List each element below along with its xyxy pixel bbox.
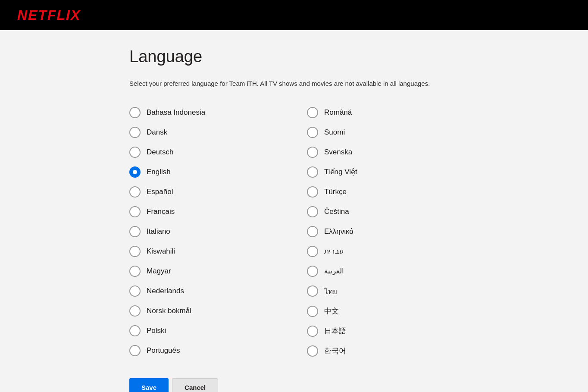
- language-label-korean: 한국어: [324, 346, 346, 356]
- language-label-cestina: Čeština: [324, 207, 349, 216]
- language-label-tieng-viet: Tiếng Việt: [324, 167, 357, 176]
- language-option-polski[interactable]: Polski: [129, 321, 281, 341]
- button-row: Save Cancel: [129, 378, 459, 392]
- language-option-romana[interactable]: Română: [307, 103, 459, 122]
- language-option-english[interactable]: English: [129, 162, 281, 182]
- radio-thai[interactable]: [307, 285, 318, 297]
- language-label-japanese: 日本語: [324, 326, 346, 336]
- radio-norsk-bokmal[interactable]: [129, 305, 141, 317]
- radio-arabic[interactable]: [307, 266, 318, 277]
- radio-magyar[interactable]: [129, 266, 141, 277]
- language-option-dansk[interactable]: Dansk: [129, 122, 281, 142]
- language-label-english: English: [147, 168, 171, 176]
- radio-english[interactable]: [129, 166, 141, 178]
- language-label-dansk: Dansk: [147, 128, 167, 137]
- language-option-italiano[interactable]: Italiano: [129, 222, 281, 241]
- language-option-svenska[interactable]: Svenska: [307, 142, 459, 162]
- language-option-ivrit[interactable]: עברית: [307, 241, 459, 261]
- language-label-polski: Polski: [147, 326, 166, 335]
- language-label-norsk-bokmal: Norsk bokmål: [147, 307, 191, 315]
- save-button[interactable]: Save: [129, 378, 169, 392]
- page-title: Language: [129, 47, 459, 66]
- radio-romana[interactable]: [307, 107, 318, 118]
- language-label-kiswahili: Kiswahili: [147, 247, 175, 256]
- radio-deutsch[interactable]: [129, 147, 141, 158]
- language-option-tieng-viet[interactable]: Tiếng Việt: [307, 162, 459, 182]
- language-label-turkce: Türkçe: [324, 188, 347, 196]
- netflix-logo: NETFLIX: [17, 7, 81, 23]
- language-option-deutsch[interactable]: Deutsch: [129, 142, 281, 162]
- language-option-korean[interactable]: 한국어: [307, 341, 459, 361]
- language-option-espanol[interactable]: Español: [129, 182, 281, 202]
- language-option-ellinika[interactable]: Ελληνικά: [307, 222, 459, 241]
- radio-francais[interactable]: [129, 206, 141, 217]
- radio-svenska[interactable]: [307, 147, 318, 158]
- language-option-suomi[interactable]: Suomi: [307, 122, 459, 142]
- languages-column-right: RomânăSuomiSvenskaTiếng ViệtTürkçeČeštin…: [307, 103, 459, 361]
- cancel-button[interactable]: Cancel: [172, 378, 218, 392]
- language-label-portugues: Português: [147, 346, 180, 355]
- language-option-arabic[interactable]: العربية: [307, 261, 459, 281]
- languages-column-left: Bahasa IndonesiaDanskDeutschEnglishEspañ…: [129, 103, 281, 361]
- language-option-nederlands[interactable]: Nederlands: [129, 281, 281, 301]
- app-header: NETFLIX: [0, 0, 588, 30]
- language-option-chinese[interactable]: 中文: [307, 301, 459, 321]
- language-label-espanol: Español: [147, 188, 173, 196]
- language-label-ellinika: Ελληνικά: [324, 227, 353, 236]
- language-label-svenska: Svenska: [324, 148, 352, 157]
- radio-ellinika[interactable]: [307, 226, 318, 237]
- radio-italiano[interactable]: [129, 226, 141, 237]
- language-label-nederlands: Nederlands: [147, 287, 184, 295]
- radio-korean[interactable]: [307, 345, 318, 357]
- radio-chinese[interactable]: [307, 306, 318, 317]
- language-option-norsk-bokmal[interactable]: Norsk bokmål: [129, 301, 281, 321]
- radio-espanol[interactable]: [129, 186, 141, 198]
- language-label-deutsch: Deutsch: [147, 148, 173, 157]
- main-content: Language Select your preferred language …: [0, 30, 588, 392]
- language-label-ivrit: עברית: [324, 247, 344, 256]
- radio-turkce[interactable]: [307, 186, 318, 198]
- language-label-italiano: Italiano: [147, 227, 170, 236]
- language-label-bahasa-indonesia: Bahasa Indonesia: [147, 108, 205, 117]
- radio-ivrit[interactable]: [307, 246, 318, 257]
- radio-tieng-viet[interactable]: [307, 166, 318, 178]
- radio-cestina[interactable]: [307, 206, 318, 217]
- language-option-magyar[interactable]: Magyar: [129, 261, 281, 281]
- language-label-suomi: Suomi: [324, 128, 345, 137]
- radio-polski[interactable]: [129, 325, 141, 336]
- language-option-bahasa-indonesia[interactable]: Bahasa Indonesia: [129, 103, 281, 122]
- radio-bahasa-indonesia[interactable]: [129, 107, 141, 118]
- language-label-francais: Français: [147, 207, 175, 216]
- radio-suomi[interactable]: [307, 127, 318, 138]
- language-option-japanese[interactable]: 日本語: [307, 321, 459, 341]
- language-label-thai: ไทย: [324, 285, 337, 297]
- language-option-francais[interactable]: Français: [129, 202, 281, 222]
- languages-grid: Bahasa IndonesiaDanskDeutschEnglishEspañ…: [129, 103, 459, 361]
- language-label-arabic: العربية: [324, 267, 344, 276]
- language-option-portugues[interactable]: Português: [129, 341, 281, 361]
- language-option-thai[interactable]: ไทย: [307, 281, 459, 301]
- language-option-cestina[interactable]: Čeština: [307, 202, 459, 222]
- language-label-romana: Română: [324, 108, 352, 117]
- page-description: Select your preferred language for Team …: [129, 79, 459, 89]
- radio-kiswahili[interactable]: [129, 246, 141, 257]
- radio-japanese[interactable]: [307, 326, 318, 337]
- radio-nederlands[interactable]: [129, 285, 141, 297]
- language-option-turkce[interactable]: Türkçe: [307, 182, 459, 202]
- language-label-chinese: 中文: [324, 306, 339, 316]
- radio-portugues[interactable]: [129, 345, 141, 356]
- language-option-kiswahili[interactable]: Kiswahili: [129, 241, 281, 261]
- radio-dansk[interactable]: [129, 127, 141, 138]
- language-label-magyar: Magyar: [147, 267, 171, 276]
